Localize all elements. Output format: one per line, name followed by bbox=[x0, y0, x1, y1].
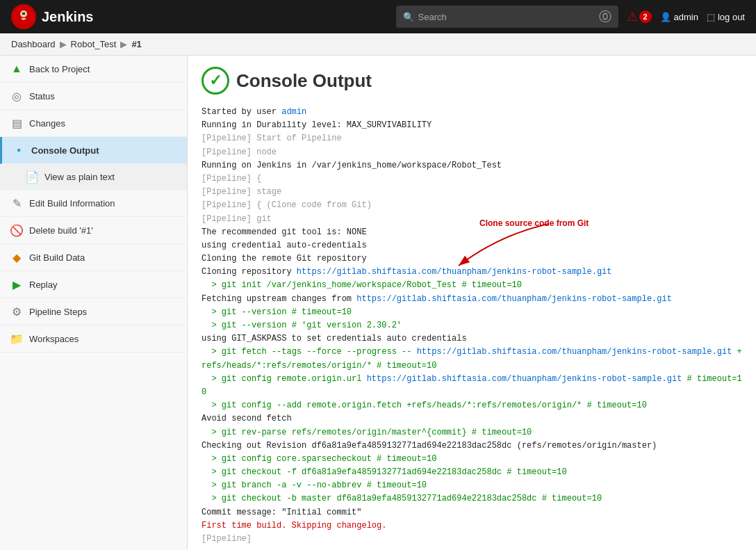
sidebar-item-edit-build-info[interactable]: ✎ Edit Build Information bbox=[0, 190, 187, 217]
arrow-up-icon: ▲ bbox=[10, 62, 24, 76]
sidebar-changes-label: Changes bbox=[29, 118, 65, 129]
sidebar-item-view-plain-text[interactable]: 📄 View as plain text bbox=[0, 164, 187, 190]
sidebar-item-replay[interactable]: ▶ Replay bbox=[0, 271, 187, 298]
jenkins-logo-icon bbox=[11, 4, 36, 29]
console-line: > git config --add remote.origin.fetch +… bbox=[202, 399, 742, 412]
console-line: > git --version # 'git version 2.30.2' bbox=[202, 319, 742, 332]
user-icon: 👤 bbox=[660, 12, 671, 22]
sidebar-item-console-output[interactable]: ▪ Console Output bbox=[0, 137, 187, 164]
console-link[interactable]: https://gitlab.shiftasia.com/thuanpham/j… bbox=[417, 347, 732, 357]
workspace-icon: 📁 bbox=[10, 332, 24, 346]
sidebar-workspaces-label: Workspaces bbox=[29, 334, 79, 344]
username-label: admin bbox=[674, 12, 698, 22]
sidebar-item-changes[interactable]: ▤ Changes bbox=[0, 110, 187, 137]
page-title: Console Output bbox=[236, 70, 372, 92]
sidebar-item-git-build-data[interactable]: ◆ Git Build Data bbox=[0, 244, 187, 271]
console-line: > git checkout -b master df6a81a9efa4859… bbox=[202, 492, 742, 505]
sidebar-git-label: Git Build Data bbox=[29, 252, 85, 263]
main-layout: ▲ Back to Project ◎ Status ▤ Changes ▪ C… bbox=[0, 56, 756, 550]
console-line: [Pipeline] git bbox=[202, 213, 742, 226]
sidebar-replay-label: Replay bbox=[29, 280, 57, 290]
sidebar-console-label: Console Output bbox=[31, 145, 99, 156]
search-icon: 🔍 bbox=[403, 12, 414, 22]
breadcrumb-sep-2: ▶ bbox=[120, 39, 127, 49]
sidebar: ▲ Back to Project ◎ Status ▤ Changes ▪ C… bbox=[0, 56, 188, 550]
search-input[interactable] bbox=[418, 12, 557, 22]
console-line: Commit message: "Initial commit" bbox=[202, 506, 742, 519]
help-circle-icon[interactable]: ⓪ bbox=[599, 8, 611, 25]
sidebar-pipeline-label: Pipeline Steps bbox=[29, 307, 87, 317]
console-line: Started by user admin bbox=[202, 106, 742, 119]
sidebar-item-pipeline-steps[interactable]: ⚙ Pipeline Steps bbox=[0, 298, 187, 325]
sidebar-item-back-to-project[interactable]: ▲ Back to Project bbox=[0, 56, 187, 83]
page-title-row: ✓ Console Output bbox=[202, 67, 742, 95]
search-bar[interactable]: 🔍 ⓪ bbox=[396, 6, 618, 28]
sidebar-item-status[interactable]: ◎ Status bbox=[0, 83, 187, 110]
sidebar-delete-label: Delete build '#1' bbox=[29, 225, 93, 236]
plain-text-icon: 📄 bbox=[25, 170, 39, 184]
header-right: ⚠ 2 👤 admin ⬚ log out bbox=[627, 9, 745, 24]
git-icon: ◆ bbox=[10, 250, 24, 264]
console-line: First time build. Skipping changelog. bbox=[202, 519, 742, 533]
console-line: Running in Durability level: MAX_SURVIVA… bbox=[202, 119, 742, 132]
console-line: using GIT_ASKPASS to set credentials aut… bbox=[202, 332, 742, 346]
console-line: Running on Jenkins in /var/jenkins_home/… bbox=[202, 159, 742, 172]
console-line: Avoid second fetch bbox=[202, 412, 742, 426]
pipeline-icon: ⚙ bbox=[10, 305, 24, 318]
breadcrumb-build-number: #1 bbox=[131, 39, 141, 49]
logout-button[interactable]: ⬚ log out bbox=[707, 12, 745, 22]
console-line: [Pipeline] Start of Pipeline bbox=[202, 132, 742, 145]
sidebar-edit-build-label: Edit Build Information bbox=[29, 198, 115, 209]
logout-icon: ⬚ bbox=[707, 12, 715, 22]
console-line: Fetching upstream changes from https://g… bbox=[202, 293, 742, 306]
breadcrumb-dashboard[interactable]: Dashboard bbox=[11, 39, 56, 49]
console-line: using credential auto-credentials bbox=[202, 239, 742, 252]
console-line: Cloning repository https://gitlab.shifta… bbox=[202, 266, 742, 279]
console-line: [Pipeline] node bbox=[202, 146, 742, 159]
console-line: [Pipeline] { bbox=[202, 172, 742, 186]
sidebar-item-workspaces[interactable]: 📁 Workspaces bbox=[0, 325, 187, 353]
sidebar-item-delete-build[interactable]: 🚫 Delete build '#1' bbox=[0, 217, 187, 244]
console-icon: ▪ bbox=[12, 143, 26, 157]
svg-rect-1 bbox=[22, 13, 25, 15]
user-menu[interactable]: 👤 admin bbox=[660, 12, 698, 22]
replay-icon: ▶ bbox=[10, 277, 24, 291]
edit-icon: ✎ bbox=[10, 196, 24, 210]
console-line: > git init /var/jenkins_home/workspace/R… bbox=[202, 279, 742, 292]
console-link[interactable]: https://gitlab.shiftasia.com/thuanpham/j… bbox=[356, 294, 672, 304]
sidebar-plain-text-label: View as plain text bbox=[44, 172, 115, 182]
console-line: > git branch -a -v --no-abbrev # timeout… bbox=[202, 479, 742, 492]
console-link[interactable]: https://gitlab.shiftasia.com/thuanpham/j… bbox=[367, 374, 682, 384]
console-line: > git --version # timeout=10 bbox=[202, 306, 742, 319]
changes-icon: ▤ bbox=[10, 116, 24, 130]
console-line: > git config remote.origin.url https://g… bbox=[202, 373, 742, 399]
console-link[interactable]: https://gitlab.shiftasia.com/thuanpham/j… bbox=[297, 267, 612, 277]
breadcrumb: Dashboard ▶ Robot_Test ▶ #1 bbox=[0, 33, 756, 56]
logout-label: log out bbox=[718, 12, 745, 22]
sidebar-status-label: Status bbox=[29, 91, 55, 102]
console-line: Checking out Revision df6a81a9efa4859132… bbox=[202, 439, 742, 453]
console-line: > git checkout -f df6a81a9efa4859132771a… bbox=[202, 466, 742, 479]
success-icon: ✓ bbox=[202, 67, 229, 95]
console-line: > git fetch --tags --force --progress --… bbox=[202, 346, 742, 372]
header: Jenkins 🔍 ⓪ ⚠ 2 👤 admin ⬚ log out bbox=[0, 0, 756, 33]
console-output-block: Clone source code from Git Started by us… bbox=[202, 106, 742, 546]
app-name: Jenkins bbox=[42, 9, 93, 25]
breadcrumb-robot-test[interactable]: Robot_Test bbox=[71, 39, 117, 49]
console-line: [Pipeline] bbox=[202, 533, 742, 546]
status-icon: ◎ bbox=[10, 89, 24, 103]
notification-bell[interactable]: ⚠ 2 bbox=[627, 9, 652, 24]
console-line: > git config core.sparsecheckout # timeo… bbox=[202, 453, 742, 466]
console-line: > git rev-parse refs/remotes/origin/mast… bbox=[202, 426, 742, 439]
console-line: The recommended git tool is: NONE bbox=[202, 226, 742, 239]
console-user-link[interactable]: admin bbox=[281, 107, 306, 117]
main-content: ✓ Console Output Clone source code from … bbox=[188, 56, 756, 550]
console-line: [Pipeline] stage bbox=[202, 186, 742, 199]
notification-count[interactable]: 2 bbox=[639, 10, 652, 23]
console-line: Cloning the remote Git repository bbox=[202, 252, 742, 266]
console-line: [Pipeline] { (Clone code from Git) bbox=[202, 199, 742, 212]
sidebar-back-label: Back to Project bbox=[29, 64, 90, 74]
breadcrumb-sep-1: ▶ bbox=[60, 39, 67, 49]
delete-icon: 🚫 bbox=[10, 223, 24, 237]
app-logo[interactable]: Jenkins bbox=[11, 4, 122, 29]
